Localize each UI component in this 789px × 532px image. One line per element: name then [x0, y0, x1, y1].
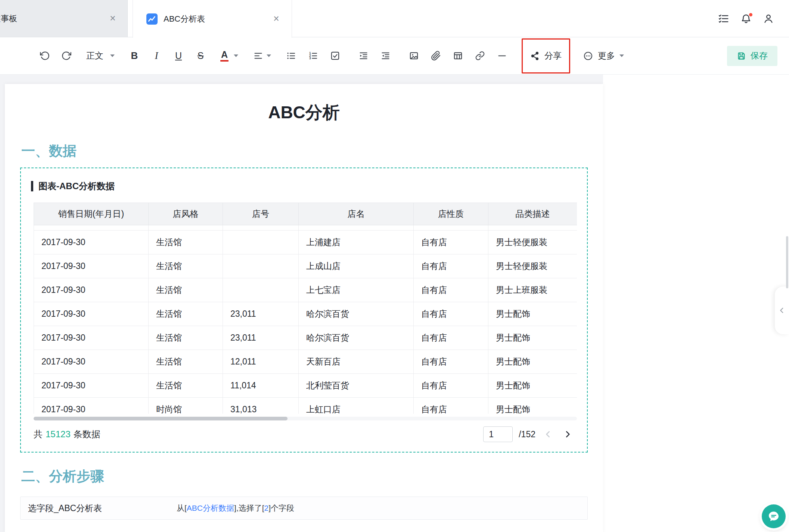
chevron-down-icon	[110, 54, 115, 57]
tabbar-right-icons	[718, 0, 789, 37]
chevron-left-icon	[778, 306, 786, 314]
color-swatch	[220, 60, 229, 62]
chevron-down-icon[interactable]	[267, 54, 271, 57]
cell-category-desc: 男士配饰	[488, 302, 577, 326]
cell-store-style: 生活馆	[149, 278, 223, 302]
paragraph-style-dropdown[interactable]: 正文	[86, 50, 115, 62]
dataset-link[interactable]: ABC分析数据	[187, 504, 234, 512]
indent-decrease-button[interactable]	[377, 47, 394, 65]
bold-button[interactable]: B	[126, 47, 143, 65]
cell-store-style: 生活馆	[149, 254, 223, 278]
row-count-value: 15123	[46, 429, 71, 439]
indent-increase-button[interactable]	[355, 47, 372, 65]
cell-store-number: 23,011	[223, 302, 299, 326]
cell-store-type: 自有店	[414, 326, 488, 350]
tab-abc-analysis-label: ABC分析表	[164, 13, 205, 25]
cell-sale-date: 2017-09-30	[34, 374, 149, 398]
cell-store-style: 生活馆	[149, 326, 223, 350]
step-name: 选字段_ABC分析表	[28, 503, 177, 514]
horizontal-scrollbar-thumb[interactable]	[34, 417, 288, 420]
table-row: 2017-09-30 生活馆 上成山店 自有店 男士轻便服装	[34, 254, 577, 278]
chat-button[interactable]	[762, 504, 786, 528]
table-row: 2017-09-30 生活馆 上七宝店 自有店 男士上班服装	[34, 278, 577, 302]
cell-sale-date: 2017-09-30	[34, 350, 149, 374]
numbered-list-button[interactable]: 123	[304, 47, 321, 65]
workspace: ABC分析 一、数据 图表-ABC分析数据 销售日期(年月日)店风格店号店名店性…	[0, 75, 789, 532]
chart-data-block[interactable]: 图表-ABC分析数据 销售日期(年月日)店风格店号店名店性质品类描述	[20, 168, 588, 453]
column-header[interactable]: 店号	[223, 203, 299, 225]
checklist-button[interactable]	[326, 47, 344, 65]
block-title-bar	[31, 181, 33, 191]
table-row: 2017-09-30 生活馆 上浦建店 自有店 男士轻便服装	[34, 231, 577, 254]
save-button[interactable]: 保存	[727, 46, 777, 66]
column-header[interactable]: 店风格	[149, 203, 223, 225]
table-row: 2017-09-30 生活馆 11,014 北利莹百货 自有店 男士配饰	[34, 374, 577, 398]
pagination: /152	[483, 426, 574, 442]
underline-button[interactable]: U	[170, 47, 187, 65]
horizontal-rule-button[interactable]	[493, 47, 510, 65]
font-color-button[interactable]: A	[220, 50, 229, 62]
bullet-list-button[interactable]	[282, 47, 299, 65]
collapse-panel-handle[interactable]	[775, 287, 789, 334]
cell-category-desc: 男士配饰	[488, 398, 577, 414]
tab-storyboard-label: 故事板	[0, 13, 107, 24]
step-description: 从[ABC分析数据],选择了[2]个字段	[177, 503, 294, 513]
tab-storyboard[interactable]: 故事板 ×	[0, 0, 128, 37]
more-button[interactable]: 更多	[583, 50, 624, 62]
cell-sale-date: 2017-09-30	[34, 231, 149, 254]
chevron-down-icon[interactable]	[234, 54, 238, 57]
tab-abc-analysis[interactable]: ABC分析表 ×	[133, 0, 292, 38]
cell-store-name: 上成山店	[299, 254, 414, 278]
attachment-button[interactable]	[427, 47, 444, 65]
image-button[interactable]	[405, 47, 422, 65]
column-header[interactable]: 店性质	[414, 203, 488, 225]
notification-dot	[748, 12, 753, 17]
analysis-step-row[interactable]: 选字段_ABC分析表 从[ABC分析数据],选择了[2]个字段	[20, 497, 588, 520]
data-table: 销售日期(年月日)店风格店号店名店性质品类描述 2017-09-30 生活馆	[34, 203, 577, 414]
cell-category-desc: 男士配饰	[488, 374, 577, 398]
table-button[interactable]	[449, 47, 466, 65]
cell-store-name: 天新百店	[299, 350, 414, 374]
strikethrough-button[interactable]: S	[192, 47, 209, 65]
vertical-scrollbar[interactable]	[786, 236, 788, 288]
page-input[interactable]	[483, 426, 513, 442]
next-page-button[interactable]	[561, 428, 574, 441]
column-header[interactable]: 销售日期(年月日)	[34, 203, 149, 225]
column-header[interactable]: 品类描述	[488, 203, 577, 225]
page-total: /152	[519, 429, 535, 439]
cell-store-number: 31,013	[223, 398, 299, 414]
bell-icon[interactable]	[740, 13, 752, 24]
close-icon[interactable]: ×	[107, 13, 118, 24]
cell-store-name: 上浦建店	[299, 231, 414, 254]
section-heading-data: 一、数据	[21, 142, 603, 160]
paragraph-style-label: 正文	[86, 50, 103, 62]
cell-store-number: 11,014	[223, 374, 299, 398]
outline-icon[interactable]	[718, 13, 729, 24]
align-button[interactable]	[249, 47, 267, 65]
table-scroll-area[interactable]: 销售日期(年月日)店风格店号店名店性质品类描述 2017-09-30 生活馆	[34, 203, 577, 414]
close-icon[interactable]: ×	[271, 13, 282, 25]
cell-category-desc: 男士上班服装	[488, 278, 577, 302]
link-button[interactable]	[471, 47, 488, 65]
italic-button[interactable]: I	[148, 47, 165, 65]
user-icon[interactable]	[763, 13, 774, 24]
cell-store-name: 哈尔滨百货	[299, 326, 414, 350]
share-label: 分享	[544, 50, 562, 62]
document-canvas[interactable]: ABC分析 一、数据 图表-ABC分析数据 销售日期(年月日)店风格店号店名店性…	[5, 84, 603, 532]
cell-store-name: 上虹口店	[299, 398, 414, 414]
table-row: 2017-09-30 生活馆 12,011 天新百店 自有店 男士配饰	[34, 350, 577, 374]
cell-store-type: 自有店	[414, 302, 488, 326]
prev-page-button[interactable]	[541, 428, 555, 441]
cell-sale-date: 2017-09-30	[34, 302, 149, 326]
undo-button[interactable]	[36, 47, 53, 65]
cell-category-desc: 男士轻便服装	[488, 254, 577, 278]
column-header[interactable]: 店名	[299, 203, 414, 225]
cell-store-style: 生活馆	[149, 374, 223, 398]
redo-button[interactable]	[58, 47, 75, 65]
share-button[interactable]: 分享	[522, 38, 570, 73]
cell-store-type: 自有店	[414, 278, 488, 302]
cell-store-type: 自有店	[414, 374, 488, 398]
block-title-row: 图表-ABC分析数据	[31, 180, 587, 192]
cell-category-desc: 男士轻便服装	[488, 231, 577, 254]
field-count-link[interactable]: 2	[264, 504, 269, 512]
